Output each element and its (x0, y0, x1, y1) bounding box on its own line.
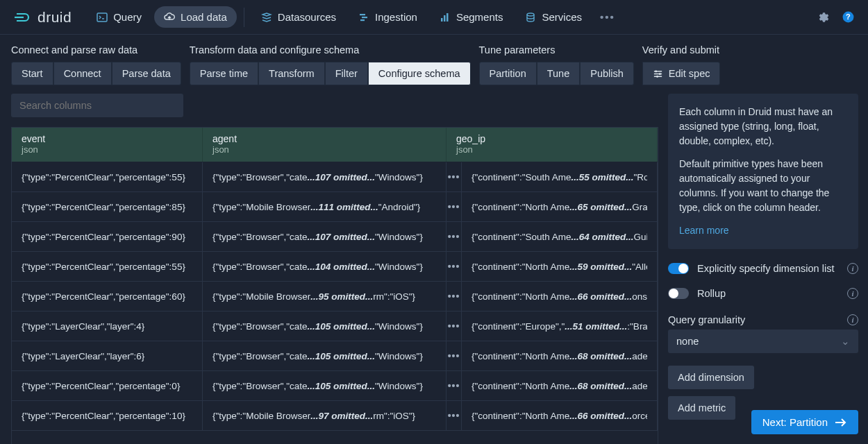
search-columns-input[interactable] (11, 94, 183, 117)
next-button-label: Next: Partition (762, 416, 828, 428)
settings-button[interactable] (815, 10, 831, 25)
rollup-row: Rollup i (668, 288, 858, 299)
bars-icon (440, 12, 451, 23)
row-actions[interactable]: ••• (446, 192, 462, 221)
side-panel: Each column in Druid must have an assign… (658, 94, 868, 444)
column-header-agent[interactable]: agent json (203, 128, 446, 162)
database-icon (525, 12, 536, 23)
cell-event: {"type":"PercentClear","percentage":90} (12, 222, 203, 251)
table-row: {"type":"PercentClear","percentage":55}{… (12, 162, 658, 192)
rollup-toggle[interactable] (668, 288, 689, 299)
granularity-select[interactable]: none ⌄ (668, 330, 858, 353)
nav-separator (244, 8, 244, 27)
row-actions[interactable]: ••• (446, 371, 462, 400)
cell-event: {"type":"PercentClear","percentage":85} (12, 192, 203, 221)
cell-event: {"type":"LayerClear","layer":6} (12, 341, 203, 370)
column-name: geo_ip (456, 133, 647, 144)
step-partition[interactable]: Partition (479, 62, 537, 85)
step-transform[interactable]: Transform (258, 62, 325, 85)
add-metric-button[interactable]: Add metric (668, 396, 735, 420)
cell-agent: {"type":"Browser","cate ...105 omitted..… (203, 371, 446, 400)
info-icon[interactable]: i (847, 288, 858, 299)
cell-geo-ip: {"continent":"South Ame ...64 omitted...… (462, 222, 658, 251)
svg-rect-2 (360, 14, 365, 15)
step-parse-data[interactable]: Parse data (112, 62, 181, 85)
row-actions[interactable]: ••• (446, 341, 462, 370)
nav-query[interactable]: Query (87, 6, 151, 28)
svg-rect-3 (362, 17, 367, 18)
row-actions[interactable]: ••• (446, 222, 462, 251)
arrow-right-icon (835, 418, 847, 427)
cell-event: {"type":"PercentClear","percentage":55} (12, 252, 203, 281)
step-configure-schema[interactable]: Configure schema (368, 62, 471, 85)
nav-datasources[interactable]: Datasources (251, 6, 346, 28)
step-filter[interactable]: Filter (325, 62, 368, 85)
nav-segments[interactable]: Segments (430, 6, 513, 28)
svg-point-13 (656, 75, 658, 77)
nav-load-data[interactable]: Load data (154, 6, 237, 28)
step-group-transform: Transform data and configure schema Pars… (190, 44, 471, 85)
step-group-title: Verify and submit (642, 44, 721, 56)
row-actions[interactable]: ••• (446, 252, 462, 281)
step-parse-time[interactable]: Parse time (190, 62, 258, 85)
row-actions[interactable]: ••• (446, 282, 462, 311)
column-header-event[interactable]: event json (12, 128, 203, 162)
step-start[interactable]: Start (11, 62, 53, 85)
cell-agent: {"type":"Browser","cate ...107 omitted..… (203, 222, 446, 251)
nav-ingestion[interactable]: Ingestion (349, 6, 427, 28)
nav-segments-label: Segments (456, 11, 503, 23)
column-name: agent (212, 133, 436, 144)
step-publish[interactable]: Publish (580, 62, 634, 85)
row-actions[interactable]: ••• (446, 311, 462, 341)
svg-rect-7 (446, 13, 449, 22)
table-row: {"type":"PercentClear","percentage":0}{"… (12, 371, 658, 401)
terminal-icon (97, 12, 108, 23)
step-edit-spec[interactable]: Edit spec (642, 62, 721, 85)
cell-agent: {"type":"Browser","cate ...107 omitted..… (203, 162, 446, 191)
step-connect[interactable]: Connect (53, 62, 112, 85)
table-row: {"type":"LayerClear","layer":6}{"type":"… (12, 341, 658, 371)
table-row: {"type":"PercentClear","percentage":90}{… (12, 222, 658, 252)
svg-rect-1 (97, 13, 107, 22)
row-actions[interactable]: ••• (446, 401, 462, 430)
gantt-icon (358, 12, 369, 23)
cell-agent: {"type":"Mobile Browser ...97 omitted...… (203, 401, 446, 430)
learn-more-link[interactable]: Learn more (679, 225, 729, 236)
cell-geo-ip: {"continent":"Europe"," ...51 omitted...… (462, 311, 658, 341)
info-icon[interactable]: i (847, 314, 858, 325)
nav-ingestion-label: Ingestion (375, 11, 417, 23)
step-group-connect: Connect and parse raw data Start Connect… (11, 44, 181, 85)
svg-point-8 (527, 13, 534, 16)
column-type: json (22, 144, 192, 155)
explicit-dimension-row: Explicitly specify dimension list i (668, 263, 858, 274)
row-actions[interactable]: ••• (446, 162, 462, 191)
nav-more[interactable]: ••• (594, 6, 621, 28)
logo[interactable]: druid (12, 8, 72, 27)
brand-text: druid (37, 9, 72, 26)
druid-logo-icon (12, 8, 32, 27)
column-name: event (22, 133, 192, 144)
help-button[interactable]: ? (840, 10, 856, 25)
table-row: {"type":"PercentClear","percentage":60}{… (12, 282, 658, 311)
next-button[interactable]: Next: Partition (751, 410, 858, 434)
step-tune[interactable]: Tune (537, 62, 581, 85)
cell-geo-ip: {"continent":"North Ame ...68 omitted...… (462, 341, 658, 370)
explicit-dimension-toggle[interactable] (668, 263, 689, 274)
cell-geo-ip: {"continent":"North Ame ...66 omitted...… (462, 401, 658, 430)
help-paragraph: Each column in Druid must have an assign… (679, 105, 847, 148)
cloud-upload-icon (164, 12, 175, 23)
svg-point-11 (655, 70, 657, 72)
cell-agent: {"type":"Browser","cate ...104 omitted..… (203, 252, 446, 281)
add-dimension-button[interactable]: Add dimension (668, 366, 754, 389)
nav-load-data-label: Load data (181, 11, 227, 23)
nav-services[interactable]: Services (515, 6, 592, 28)
info-icon[interactable]: i (847, 263, 858, 274)
table-row: {"type":"PercentClear","percentage":55}{… (12, 252, 658, 282)
cell-agent: {"type":"Mobile Browser ...95 omitted...… (203, 282, 446, 311)
cell-event: {"type":"PercentClear","percentage":55} (12, 162, 203, 191)
nav-query-label: Query (113, 11, 142, 23)
step-edit-spec-label: Edit spec (669, 68, 710, 79)
cell-geo-ip: {"continent":"North Ame ...59 omitted...… (462, 252, 658, 281)
cell-geo-ip: {"continent":"North Ame ...65 omitted...… (462, 192, 658, 221)
column-header-geo-ip[interactable]: geo_ip json (446, 128, 658, 162)
